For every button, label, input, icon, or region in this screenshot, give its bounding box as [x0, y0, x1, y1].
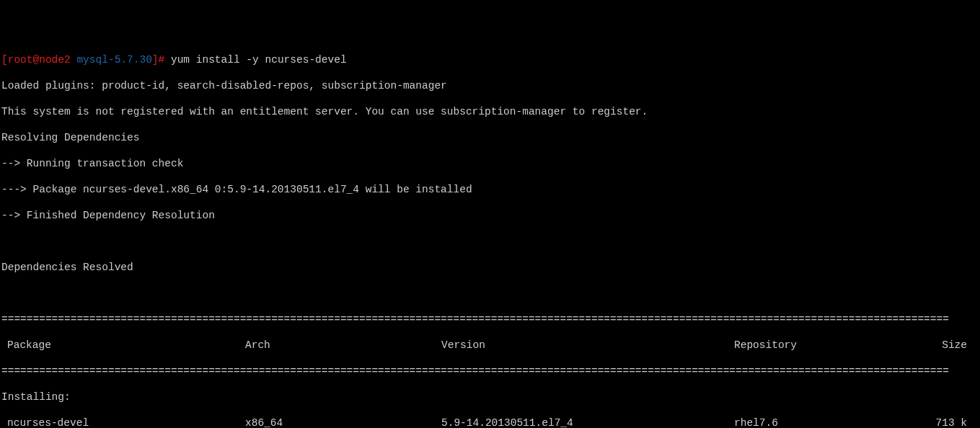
col-repository: Repository	[734, 339, 864, 352]
command-text: yum install -y ncurses-devel	[164, 54, 346, 66]
col-package: Package	[1, 339, 245, 352]
col-size: Size	[864, 339, 979, 352]
prompt-close: ]#	[152, 54, 164, 66]
output-line: ---> Package ncurses-devel.x86_64 0:5.9-…	[1, 183, 979, 196]
cell-size: 713 k	[864, 416, 979, 428]
output-line: --> Finished Dependency Resolution	[1, 209, 979, 222]
table-header: Package Arch Version Repository Size	[1, 339, 979, 352]
prompt-line[interactable]: [root@node2 mysql-5.7.30]# yum install -…	[1, 53, 979, 66]
output-line: Loaded plugins: product-id, search-disab…	[1, 79, 979, 92]
cell-version: 5.9-14.20130511.el7_4	[441, 416, 734, 428]
col-arch: Arch	[245, 339, 441, 352]
rule-line: ========================================…	[1, 365, 979, 378]
blank-line	[1, 235, 979, 248]
section-header: Installing:	[1, 391, 979, 404]
output-line: Resolving Dependencies	[1, 131, 979, 144]
cell-repository: rhel7.6	[734, 416, 864, 428]
output-line: This system is not registered with an en…	[1, 105, 979, 118]
rule-line: ========================================…	[1, 313, 979, 326]
output-line: Dependencies Resolved	[1, 261, 979, 274]
col-version: Version	[441, 339, 734, 352]
cell-package: ncurses-devel	[1, 416, 245, 428]
blank-line	[1, 287, 979, 300]
table-row: ncurses-devel x86_64 5.9-14.20130511.el7…	[1, 416, 979, 428]
cell-arch: x86_64	[245, 416, 441, 428]
prompt-user: [root@node2	[1, 54, 71, 66]
prompt-path: mysql-5.7.30	[71, 54, 152, 66]
output-line: --> Running transaction check	[1, 157, 979, 170]
